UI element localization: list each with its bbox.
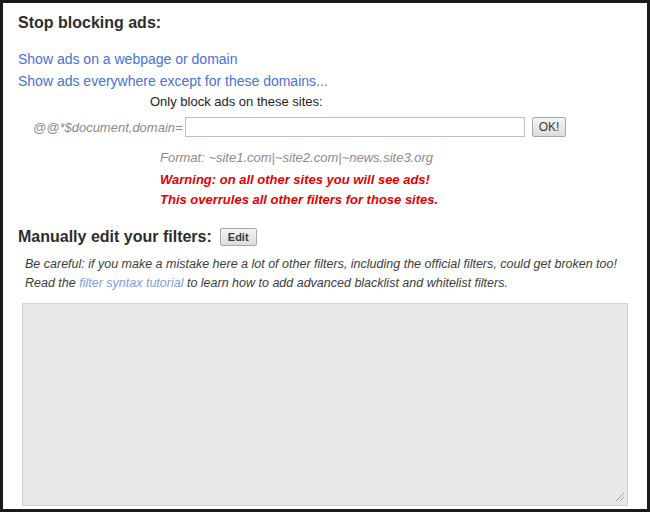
filter-syntax-tutorial-link[interactable]: filter syntax tutorial — [79, 276, 183, 290]
filters-textarea[interactable] — [22, 303, 628, 506]
manual-edit-header-row: Manually edit your filters: Edit — [18, 227, 647, 246]
manual-edit-heading: Manually edit your filters: — [18, 227, 212, 246]
show-ads-everywhere-link[interactable]: Show ads everywhere except for these dom… — [18, 70, 647, 92]
ok-button[interactable]: OK! — [532, 117, 567, 137]
adblock-options-page: Stop blocking ads: Show ads on a webpage… — [0, 0, 650, 512]
edit-button[interactable]: Edit — [220, 228, 257, 246]
caution-text-line1: Be careful: if you make a mistake here a… — [25, 255, 647, 274]
whitelist-input-row: @@*$document,domain= OK! — [3, 116, 647, 138]
stop-blocking-heading: Stop blocking ads: — [18, 13, 647, 32]
format-hint: Format: ~site1.com|~site2.com|~news.site… — [160, 150, 647, 165]
caution-line2-prefix: Read the — [25, 276, 79, 290]
warning-text-line1: Warning: on all other sites you will see… — [160, 170, 647, 190]
resize-handle-icon[interactable] — [615, 492, 625, 502]
filter-prefix-label: @@*$document,domain= — [33, 120, 183, 135]
filters-textarea-wrap — [22, 303, 628, 506]
whitelist-links: Show ads on a webpage or domain Show ads… — [18, 48, 647, 92]
caution-text-line2: Read the filter syntax tutorial to learn… — [25, 274, 647, 293]
whitelist-caption: Only block ads on these sites: — [150, 94, 647, 109]
whitelist-domain-input[interactable] — [185, 117, 525, 137]
caution-line2-suffix: to learn how to add advanced blacklist a… — [183, 276, 507, 290]
show-ads-webpage-link[interactable]: Show ads on a webpage or domain — [18, 48, 647, 70]
warning-text-line2: This overrules all other filters for tho… — [160, 190, 647, 210]
